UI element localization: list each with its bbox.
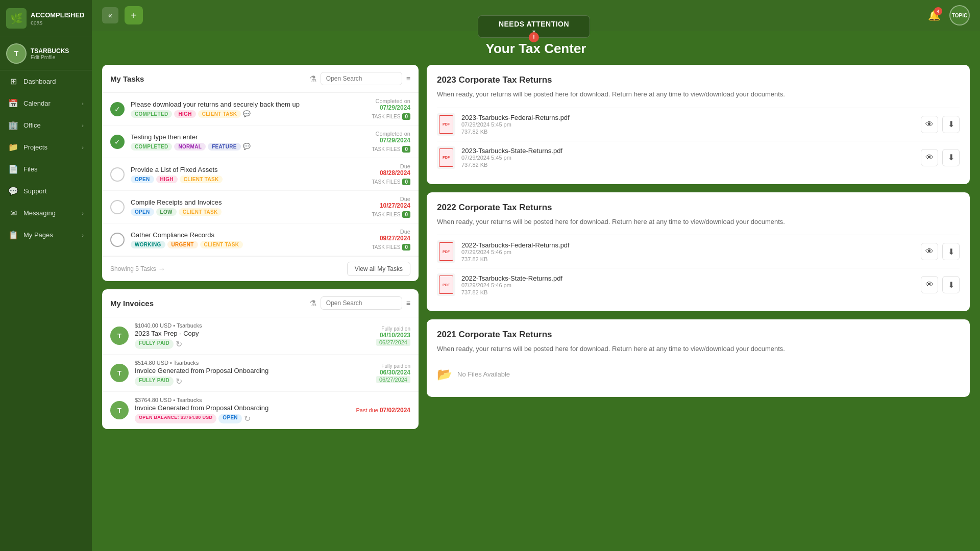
tasks-search-input[interactable] [321, 72, 402, 85]
returns-2022-card: 2022 Corporate Tax Returns When ready, y… [427, 192, 970, 312]
pdf-date: 07/29/2024 5:46 pm [461, 249, 915, 255]
task-files: TASK FILES 0 [344, 146, 410, 153]
avatar: T [110, 327, 129, 345]
tag-feature: FEATURE [208, 143, 241, 151]
pdf-info: 2022-Tsarbucks-Federal-Returns.pdf 07/29… [461, 241, 915, 262]
invoices-menu-icon[interactable]: ≡ [406, 299, 410, 307]
table-row[interactable]: Compile Receipts and Invoices OPEN LOW C… [102, 191, 419, 223]
pdf-row: PDF PDF 2023-Tsarbucks-Federal-Returns.p… [437, 108, 960, 141]
filter-icon[interactable]: ⚗ [309, 298, 316, 308]
task-files: TASK FILES 0 [344, 211, 410, 218]
sidebar-item-label: My Pages [23, 231, 53, 239]
task-tags: COMPLETED HIGH CLIENT TASK 💬 [131, 110, 344, 118]
list-item[interactable]: T $1040.00 USD • Tsarbucks 2023 Tax Prep… [102, 317, 419, 355]
returns-2023-card: 2023 Corporate Tax Returns When ready, y… [427, 65, 970, 184]
sidebar-item-label: Calendar [23, 99, 51, 107]
task-files-label: TASK FILES [372, 212, 400, 217]
view-pdf-button[interactable]: 👁 [921, 149, 938, 166]
sidebar-item-files[interactable]: 📄 Files [0, 158, 92, 180]
download-pdf-button[interactable]: ⬇ [942, 276, 960, 293]
task-meta-label: Completed on [344, 131, 410, 137]
chevron-right-icon: › [82, 232, 84, 238]
task-check-completed: ✓ [110, 135, 125, 149]
avatar: T [110, 401, 129, 419]
tasks-card-title: My Tasks [110, 74, 144, 83]
sidebar-item-dashboard[interactable]: ⊞ Dashboard [0, 70, 92, 92]
pdf-date: 07/29/2024 5:45 pm [461, 155, 915, 161]
task-body: Testing type then enter COMPLETED NORMAL… [131, 133, 344, 151]
task-files-badge: 0 [402, 113, 410, 120]
pdf-date: 07/29/2024 5:45 pm [461, 121, 915, 128]
refresh-icon[interactable]: ↻ [244, 414, 251, 423]
invoice-tags: FULLY PAID ↻ [135, 339, 370, 349]
download-pdf-button[interactable]: ⬇ [942, 243, 960, 260]
pdf-info: 2023-Tsarbucks-Federal-Returns.pdf 07/29… [461, 114, 915, 135]
table-row[interactable]: ✓ Please download your returns and secur… [102, 93, 419, 126]
table-row[interactable]: Gather Compliance Records WORKING URGENT… [102, 223, 419, 256]
invoices-card-title: My Invoices [110, 299, 154, 308]
table-row[interactable]: ✓ Testing type then enter COMPLETED NORM… [102, 126, 419, 158]
view-pdf-button[interactable]: 👁 [921, 116, 938, 133]
pdf-icon: PDF PDF [437, 113, 455, 136]
tasks-menu-icon[interactable]: ≡ [406, 74, 410, 83]
returns-2023-title: 2023 Corporate Tax Returns [437, 75, 960, 85]
comment-icon: 💬 [243, 110, 251, 118]
user-profile[interactable]: T TSARBUCKS Edit Profile [0, 37, 92, 70]
content-grid: My Tasks ⚗ ≡ ✓ Please download your retu… [92, 65, 980, 551]
sidebar-item-support[interactable]: 💬 Support [0, 180, 92, 202]
invoices-search-input[interactable] [321, 296, 402, 310]
view-pdf-button[interactable]: 👁 [921, 243, 938, 260]
pdf-size: 737.82 KB [461, 162, 915, 168]
list-item[interactable]: T $514.80 USD • Tsarbucks Invoice Genera… [102, 355, 419, 392]
task-check-working[interactable] [110, 233, 125, 247]
folder-icon: 📂 [437, 367, 452, 382]
collapse-sidebar-button[interactable]: « [102, 7, 118, 23]
sidebar-item-projects[interactable]: 📁 Projects › [0, 136, 92, 158]
tag-urgent: URGENT [167, 241, 198, 248]
task-meta-label: Completed on [344, 98, 410, 104]
no-files-message: 📂 No Files Available [437, 362, 960, 387]
download-pdf-button[interactable]: ⬇ [942, 116, 960, 133]
pdf-size: 737.82 KB [461, 289, 915, 295]
view-pdf-button[interactable]: 👁 [921, 276, 938, 293]
office-icon: 🏢 [8, 120, 18, 130]
filter-icon[interactable]: ⚗ [309, 74, 316, 84]
sidebar-item-calendar[interactable]: 📅 Calendar › [0, 92, 92, 114]
sidebar-item-office[interactable]: 🏢 Office › [0, 114, 92, 136]
task-files: TASK FILES 0 [344, 179, 410, 185]
user-avatar-top[interactable]: TOPIC [949, 5, 970, 26]
tasks-header-right: ⚗ ≡ [309, 72, 410, 85]
top-bar: « + NEEDS ATTENTION ▾ ! 🔔 4 TOPIC [92, 0, 980, 31]
view-all-tasks-button[interactable]: View all My Tasks [347, 262, 410, 276]
pdf-actions: 👁 ⬇ [921, 149, 960, 166]
refresh-icon[interactable]: ↻ [176, 377, 182, 386]
invoice-body: $514.80 USD • Tsarbucks Invoice Generate… [135, 360, 370, 386]
task-files-label: TASK FILES [372, 114, 400, 119]
task-tags: OPEN LOW CLIENT TASK [131, 208, 344, 216]
task-name: Gather Compliance Records [131, 231, 344, 239]
task-check-open[interactable] [110, 167, 125, 182]
tag-completed: COMPLETED [131, 110, 172, 118]
sidebar-item-messaging[interactable]: ✉ Messaging › [0, 202, 92, 224]
attention-count-badge: ! [529, 32, 539, 42]
tag-working: WORKING [131, 241, 165, 248]
needs-attention-banner[interactable]: NEEDS ATTENTION ▾ ! [478, 15, 590, 38]
edit-profile-link[interactable]: Edit Profile [31, 55, 69, 60]
list-item[interactable]: T $3764.80 USD • Tsarbucks Invoice Gener… [102, 392, 419, 429]
sidebar-item-my-pages[interactable]: 📋 My Pages › [0, 224, 92, 246]
task-date: 08/28/2024 [344, 169, 410, 177]
notification-button[interactable]: 🔔 4 [925, 6, 943, 24]
pdf-size: 737.82 KB [461, 256, 915, 262]
download-pdf-button[interactable]: ⬇ [942, 149, 960, 166]
pdf-info: 2022-Tsarbucks-State-Returns.pdf 07/29/2… [461, 274, 915, 295]
table-row[interactable]: Provide a List of Fixed Assets OPEN HIGH… [102, 158, 419, 191]
add-button[interactable]: + [125, 6, 143, 24]
task-files-badge: 0 [402, 146, 410, 153]
task-date: 09/27/2024 [344, 235, 410, 242]
pdf-actions: 👁 ⬇ [921, 116, 960, 133]
task-check-open[interactable] [110, 200, 125, 214]
refresh-icon[interactable]: ↻ [176, 339, 182, 349]
tag-fully-paid: FULLY PAID [135, 339, 174, 349]
task-files-label: TASK FILES [372, 244, 400, 250]
chevron-right-icon: › [82, 144, 84, 151]
